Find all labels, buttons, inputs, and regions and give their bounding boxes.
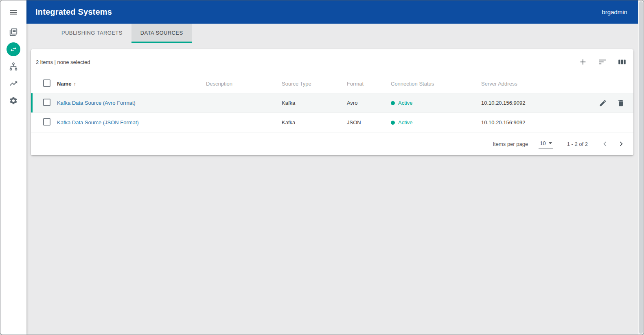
toolbar-actions: [575, 54, 630, 70]
row-format: Avro: [347, 100, 391, 106]
row-server-address: 10.10.20.156:9092: [481, 100, 580, 106]
paginator: Items per page 10 1 - 2 of 2: [31, 132, 633, 155]
username: brgadmin: [602, 9, 627, 15]
sidebar-item-settings[interactable]: [5, 93, 22, 109]
items-per-page-select[interactable]: 10: [539, 139, 553, 149]
sidebar-item-catalogs[interactable]: [5, 24, 22, 40]
selection-summary: 2 items | none selected: [36, 59, 90, 65]
swap-arrows-icon: [10, 46, 17, 53]
page-range-label: 1 - 2 of 2: [567, 141, 588, 147]
sort-icon[interactable]: [594, 54, 611, 70]
edit-icon[interactable]: [596, 96, 610, 110]
column-header-name[interactable]: Name ↑: [57, 81, 206, 87]
row-checkbox[interactable]: [43, 99, 50, 106]
column-header-format[interactable]: Format: [347, 81, 391, 87]
sidebar-item-integrated-systems[interactable]: [7, 42, 20, 56]
sidebar-item-monitoring[interactable]: [5, 75, 22, 92]
sort-asc-icon: ↑: [73, 81, 76, 87]
table-row[interactable]: Kafka Data Source (Avro Format) Kafka Av…: [31, 93, 633, 113]
add-icon[interactable]: [575, 54, 591, 70]
card-toolbar: 2 items | none selected: [31, 49, 633, 75]
column-header-source-type[interactable]: Source Type: [282, 81, 347, 87]
next-page-button[interactable]: [613, 136, 629, 152]
select-all-checkbox[interactable]: [43, 79, 50, 87]
column-header-connection-status[interactable]: Connection Status: [391, 81, 481, 87]
chevron-down-icon: [549, 142, 552, 144]
status-dot: [391, 101, 395, 105]
columns-icon[interactable]: [614, 54, 630, 70]
tab-data-sources[interactable]: DATA SOURCES: [131, 24, 192, 43]
column-header-description[interactable]: Description: [206, 81, 282, 87]
items-per-page-value: 10: [540, 140, 545, 146]
stacked-cards-icon: [9, 28, 18, 37]
status-badge: Active: [398, 100, 412, 106]
tab-bar: PUBLISHING TARGETS DATA SOURCES: [26, 24, 638, 43]
tab-publishing-targets[interactable]: PUBLISHING TARGETS: [53, 24, 131, 43]
table-row[interactable]: Kafka Data Source (JSON Format) Kafka JS…: [31, 113, 633, 132]
trend-line-icon: [9, 79, 18, 88]
scrollbar-thumb[interactable]: [639, 1, 643, 334]
row-source-type: Kafka: [282, 119, 347, 126]
menu-icon[interactable]: [5, 4, 22, 20]
data-source-link[interactable]: Kafka Data Source (Avro Format): [57, 100, 136, 106]
row-server-address: 10.10.20.156:9092: [481, 119, 580, 126]
status-dot: [391, 121, 395, 125]
data-source-link[interactable]: Kafka Data Source (JSON Format): [57, 119, 139, 126]
app-window: Integrated Systems brgadmin PUBLISHING T…: [0, 0, 644, 335]
page-title: Integrated Systems: [35, 7, 112, 17]
row-checkbox[interactable]: [43, 118, 50, 126]
hierarchy-icon: [9, 62, 18, 71]
vertical-scrollbar[interactable]: [638, 0, 644, 335]
row-source-type: Kafka: [282, 100, 347, 106]
column-header-server-address[interactable]: Server Address: [481, 81, 580, 87]
delete-icon[interactable]: [614, 96, 628, 110]
table-header: Name ↑ Description Source Type Format Co…: [31, 75, 633, 93]
data-sources-card: 2 items | none selected: [31, 49, 633, 155]
header: Integrated Systems brgadmin: [26, 0, 638, 24]
gear-icon: [9, 96, 18, 105]
row-format: JSON: [347, 119, 391, 126]
main-content: 2 items | none selected: [26, 43, 638, 335]
status-badge: Active: [398, 119, 412, 126]
previous-page-button[interactable]: [597, 136, 613, 152]
sidebar-item-schemas[interactable]: [5, 58, 22, 75]
sidebar: [0, 0, 26, 335]
items-per-page-label: Items per page: [493, 141, 528, 147]
